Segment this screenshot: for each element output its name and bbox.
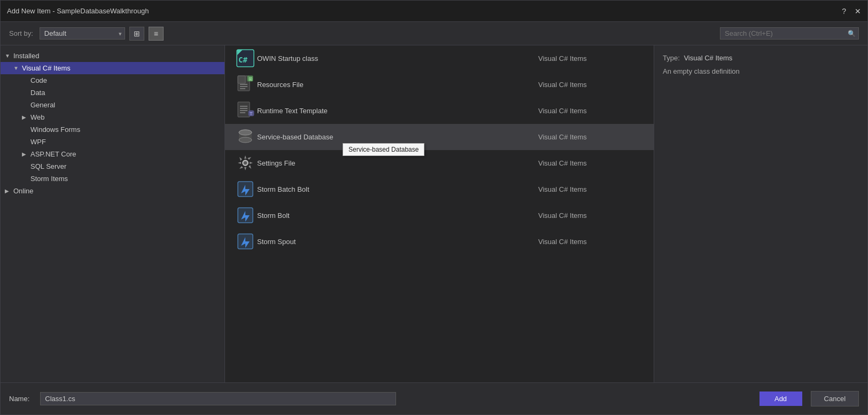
right-panel: Type: Visual C# Items An empty class def… [654, 45, 867, 382]
list-item-settings[interactable]: Settings File Visual C# Items [225, 150, 654, 176]
tree-arrow-online [5, 188, 13, 194]
dialog-title: Add New Item - SampleDatabaseWalkthrough [7, 7, 149, 15]
list-item-storm-spout[interactable]: Storm Spout Visual C# Items [225, 229, 654, 255]
cancel-button[interactable]: Cancel [811, 391, 859, 406]
owin-icon: C# [234, 49, 257, 68]
list-item-owin[interactable]: C# OWIN Startup class Visual C# Items [225, 45, 654, 72]
center-panel: C# OWIN Startup class Visual C# Items [225, 45, 654, 382]
tree-item-sql-server[interactable]: SQL Server [1, 160, 224, 173]
tree-item-installed[interactable]: Installed [1, 50, 224, 62]
view-list-button[interactable]: ≡ [149, 27, 164, 41]
tree-label-web: Web [30, 113, 45, 121]
runtime-text-name: Runtime Text Template [257, 107, 538, 115]
svg-point-19 [239, 137, 252, 143]
search-input[interactable] [720, 27, 859, 40]
list-item-service-db[interactable]: Service-based Database Visual C# Items S… [225, 124, 654, 150]
tree-label-installed: Installed [13, 52, 39, 60]
sort-select[interactable]: Default Name Type [40, 27, 125, 40]
settings-name: Settings File [257, 159, 538, 167]
resources-icon: ⊞ [234, 75, 257, 94]
close-button[interactable]: ✕ [855, 7, 861, 15]
tree-label-visual-c-items: Visual C# Items [22, 64, 71, 72]
tree-item-data[interactable]: Data [1, 87, 224, 99]
view-grid-button[interactable]: ⊞ [129, 27, 144, 41]
list-item-storm-batch[interactable]: Storm Batch Bolt Visual C# Items [225, 176, 654, 202]
tree-label-storm-items: Storm Items [30, 175, 68, 183]
tree-arrow-web [22, 114, 30, 120]
tree-item-code[interactable]: Code [1, 74, 224, 87]
tree-label-sql-server: SQL Server [30, 162, 66, 170]
resources-category: Visual C# Items [538, 81, 645, 89]
help-button[interactable]: ? [842, 7, 846, 15]
name-label: Name: [9, 395, 29, 403]
tree-item-wpf[interactable]: WPF [1, 136, 224, 148]
tree-label-asp-net-core: ASP.NET Core [30, 150, 76, 158]
settings-icon [234, 153, 257, 173]
svg-text:T: T [250, 111, 253, 116]
owin-category: Visual C# Items [538, 54, 645, 62]
tree-item-online[interactable]: Online [1, 185, 224, 197]
svg-point-20 [239, 130, 252, 135]
left-panel: Installed Visual C# Items Code Data Gene… [1, 45, 225, 382]
svg-point-23 [244, 161, 247, 165]
tree-label-wpf: WPF [30, 138, 46, 146]
tree-item-asp-net-core[interactable]: ASP.NET Core [1, 148, 224, 160]
list-item-runtime-text[interactable]: T Runtime Text Template Visual C# Items [225, 98, 654, 124]
tree-item-general[interactable]: General [1, 99, 224, 111]
type-value: Visual C# Items [684, 54, 732, 62]
storm-bolt-category: Visual C# Items [538, 212, 645, 220]
tree-arrow-installed [5, 53, 13, 59]
tree-item-windows-forms[interactable]: Windows Forms [1, 123, 224, 136]
tree-label-windows-forms: Windows Forms [30, 126, 80, 134]
list-item-storm-bolt[interactable]: Storm Bolt Visual C# Items [225, 202, 654, 229]
sort-select-wrapper: Default Name Type [40, 27, 125, 40]
tree-label-data: Data [30, 89, 45, 97]
tree-label-code: Code [30, 76, 47, 84]
tree-item-storm-items[interactable]: Storm Items [1, 173, 224, 185]
dialog: Add New Item - SampleDatabaseWalkthrough… [0, 0, 868, 415]
tree-arrow-asp-net-core [22, 151, 30, 157]
service-db-icon [234, 127, 257, 146]
runtime-text-category: Visual C# Items [538, 107, 645, 115]
tree-arrow-visual-c-items [13, 65, 22, 71]
svg-rect-10 [238, 102, 250, 117]
add-button[interactable]: Add [759, 391, 802, 406]
tree-item-visual-c-items[interactable]: Visual C# Items [1, 62, 224, 74]
description-text: An empty class definition [663, 67, 859, 75]
list-item-resources[interactable]: ⊞ Resources File Visual C# Items [225, 72, 654, 98]
storm-batch-category: Visual C# Items [538, 185, 645, 193]
storm-spout-icon [234, 232, 257, 251]
owin-name: OWIN Startup class [257, 54, 538, 62]
titlebar-controls: ? ✕ [842, 7, 861, 15]
storm-batch-name: Storm Batch Bolt [257, 185, 538, 193]
storm-bolt-name: Storm Bolt [257, 212, 538, 220]
tree-label-general: General [30, 101, 55, 109]
titlebar: Add New Item - SampleDatabaseWalkthrough… [1, 1, 867, 22]
type-line: Type: Visual C# Items [663, 54, 859, 62]
runtime-text-icon: T [234, 101, 257, 120]
service-db-category: Visual C# Items [538, 133, 645, 141]
storm-batch-icon [234, 179, 257, 199]
type-label: Type: [663, 54, 680, 62]
resources-name: Resources File [257, 81, 538, 89]
storm-spout-name: Storm Spout [257, 238, 538, 246]
svg-text:C#: C# [238, 56, 247, 64]
name-input[interactable] [40, 392, 396, 405]
toolbar: Sort by: Default Name Type ⊞ ≡ [1, 22, 867, 45]
settings-category: Visual C# Items [538, 159, 645, 167]
sort-label: Sort by: [9, 29, 33, 37]
bottom-bar: Name: Add Cancel [1, 382, 867, 414]
search-wrapper [720, 27, 859, 40]
tree-label-online: Online [13, 187, 34, 195]
storm-bolt-icon [234, 206, 257, 225]
item-list[interactable]: C# OWIN Startup class Visual C# Items [225, 45, 654, 382]
storm-spout-category: Visual C# Items [538, 238, 645, 246]
main-content: Installed Visual C# Items Code Data Gene… [1, 45, 867, 382]
svg-rect-4 [238, 76, 245, 83]
svg-text:⊞: ⊞ [249, 76, 253, 82]
tree-item-web[interactable]: Web [1, 111, 224, 123]
service-db-name: Service-based Database [257, 133, 538, 141]
